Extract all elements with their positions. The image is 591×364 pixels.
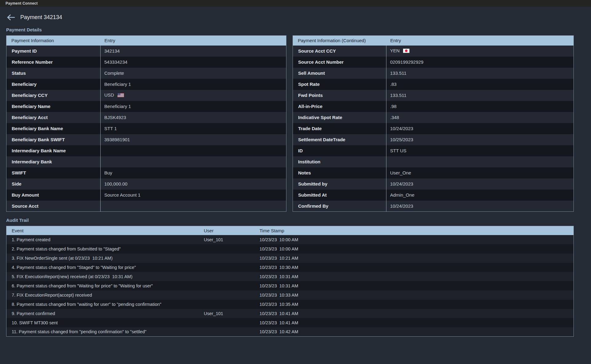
field-value-cell: 3938981901 xyxy=(101,134,286,145)
field-label-cell: Beneficiary Name xyxy=(6,101,101,112)
audit-user-cell: User_101 xyxy=(199,235,254,244)
field-label-cell: Source Acct Number xyxy=(293,57,386,68)
page-content: Payment 342134 Payment Details Payment I… xyxy=(0,11,591,337)
us-flag-icon xyxy=(118,93,124,98)
jp-flag-icon xyxy=(403,49,409,54)
field-label-cell: Beneficiary xyxy=(6,79,101,90)
table-row: Buy AmountSource Account 1 xyxy=(6,190,286,201)
table-row: Intermediary Bank xyxy=(6,156,286,167)
audit-user-cell xyxy=(199,327,254,337)
field-value-cell: 10/24/2023 xyxy=(386,178,574,190)
field-value-cell: Source Account 1 xyxy=(101,190,286,201)
back-button[interactable] xyxy=(6,14,16,21)
field-value-text: 133.511 xyxy=(390,93,406,98)
table-row: Institution xyxy=(293,156,574,167)
field-value-text: 10/24/2023 xyxy=(390,203,413,209)
page-header: Payment 342134 xyxy=(6,11,574,23)
table-row: Beneficiary NameBeneficiary 1 xyxy=(6,101,286,112)
table-row: Indicative Spot Rate.348 xyxy=(293,112,574,123)
audit-event-cell: 11. Payment status changed from "pending… xyxy=(6,327,199,337)
audit-event-cell: 5. FIX ExecutionReport(new) received (at… xyxy=(6,272,199,281)
field-value-text: STT 1 xyxy=(104,126,117,131)
column-header: User xyxy=(199,226,254,235)
app-title: Payment Connect xyxy=(6,1,38,6)
field-value-cell xyxy=(101,145,286,156)
audit-timestamp-cell: 10/23/23 10:41 AM xyxy=(254,309,574,318)
field-value-text: Buy xyxy=(104,170,112,175)
audit-trail-row: 8. Payment status changed from "waiting … xyxy=(6,300,574,309)
column-header: Payment Information (Continued) xyxy=(293,36,386,46)
table-row: All-in-Price.98 xyxy=(293,101,574,112)
field-value-text: YEN xyxy=(390,48,400,53)
audit-user-cell xyxy=(199,290,254,300)
field-value-cell: Complete xyxy=(101,68,286,79)
field-value-cell xyxy=(101,156,286,167)
field-value-cell: 10/24/2023 xyxy=(386,201,574,212)
audit-trail-table: Event User Time Stamp 1. Payment created… xyxy=(6,226,574,337)
table-header-row: Event User Time Stamp xyxy=(6,226,574,235)
table-row: Beneficiary AcctBJSK4923 xyxy=(6,112,286,123)
field-value-text: .348 xyxy=(390,115,399,120)
table-row: SWIFTBuy xyxy=(6,167,286,178)
audit-timestamp-cell: 10/23/23 10:42 AM xyxy=(254,327,574,337)
table-row: Submitted by10/24/2023 xyxy=(293,178,574,190)
field-label-cell: Spot Rate xyxy=(293,79,386,90)
field-label-cell: ID xyxy=(293,145,386,156)
field-value-cell: User_One xyxy=(386,167,574,178)
arrow-left-icon xyxy=(7,14,15,21)
column-header: Entry xyxy=(386,36,574,46)
table-row: Intermediary Bank Name xyxy=(6,145,286,156)
field-value-text: 3938981901 xyxy=(104,137,130,142)
field-value-cell: Beneficiary 1 xyxy=(101,79,286,90)
table-row: Payment ID342134 xyxy=(6,46,286,57)
table-row: Source Acct Number0209199292929 xyxy=(293,57,574,68)
audit-timestamp-cell: 10/23/23 10:41 AM xyxy=(254,318,574,327)
audit-trail-row: 5. FIX ExecutionReport(new) received (at… xyxy=(6,272,574,281)
audit-event-cell: 6. Payment status changed from "Waiting … xyxy=(6,281,199,290)
audit-trail-row: 10. SWIFT MT300 sent10/23/23 10:41 AM xyxy=(6,318,574,327)
field-value-text: Admin_One xyxy=(390,192,414,198)
field-label-cell: Sell Amount xyxy=(293,68,386,79)
table-row: Settlement DateTrade10/25/2023 xyxy=(293,134,574,145)
table-row: Beneficiary Bank NameSTT 1 xyxy=(6,123,286,134)
field-value-text: 0209199292929 xyxy=(390,59,423,65)
table-row: StatusComplete xyxy=(6,68,286,79)
field-value-text: STT US xyxy=(390,148,406,153)
audit-timestamp-cell: 10/23/23 10:31 AM xyxy=(254,281,574,290)
field-label-cell: Submitted by xyxy=(293,178,386,190)
field-value-text: Beneficiary 1 xyxy=(104,82,131,87)
column-header: Time Stamp xyxy=(254,226,574,235)
field-label-cell: Reference Number xyxy=(6,57,101,68)
table-row: BeneficiaryBeneficiary 1 xyxy=(6,79,286,90)
audit-event-cell: 8. Payment status changed from "waiting … xyxy=(6,300,199,309)
field-label-cell: Beneficiary CCY xyxy=(6,90,101,101)
audit-event-cell: 9. Payment confirmed xyxy=(6,309,199,318)
audit-event-cell: 4. Payment status changed from "Staged" … xyxy=(6,263,199,272)
audit-user-cell xyxy=(199,300,254,309)
field-value-cell: 133.511 xyxy=(386,68,574,79)
page-title: Payment 342134 xyxy=(20,14,62,21)
field-value-cell: .83 xyxy=(386,79,574,90)
field-label-cell: Confirmed By xyxy=(293,201,386,212)
audit-event-cell: 2. Payment status changed from Submitted… xyxy=(6,244,199,254)
field-label-cell: Intermediary Bank xyxy=(6,156,101,167)
table-header-row: Payment Information (Continued) Entry xyxy=(293,36,574,46)
field-value-cell: Buy xyxy=(101,167,286,178)
field-value-cell: 543334234 xyxy=(101,57,286,68)
audit-user-cell xyxy=(199,318,254,327)
audit-trail-row: 6. Payment status changed from "Waiting … xyxy=(6,281,574,290)
field-value-text: .98 xyxy=(390,104,397,109)
audit-timestamp-cell: 10/23/23 10:33 AM xyxy=(254,290,574,300)
section-title-audit-trail: Audit Trail xyxy=(6,218,574,223)
audit-timestamp-cell: 10/23/23 10:00 AM xyxy=(254,235,574,244)
field-value-text: Beneficiary 1 xyxy=(104,104,131,109)
field-value-text: BJSK4923 xyxy=(104,115,126,120)
column-header: Event xyxy=(6,226,199,235)
audit-timestamp-cell: 10/23/23 10:35 AM xyxy=(254,300,574,309)
payment-information-continued-table: Payment Information (Continued) Entry So… xyxy=(293,35,574,212)
audit-user-cell xyxy=(199,244,254,254)
table-row: Trade Date10/24/2023 xyxy=(293,123,574,134)
field-value-cell: Beneficiary 1 xyxy=(101,101,286,112)
field-value-text: 10/24/2023 xyxy=(390,126,413,131)
audit-trail-row: 3. FIX NewOrderSingle sent (at 0/23/23 1… xyxy=(6,254,574,263)
